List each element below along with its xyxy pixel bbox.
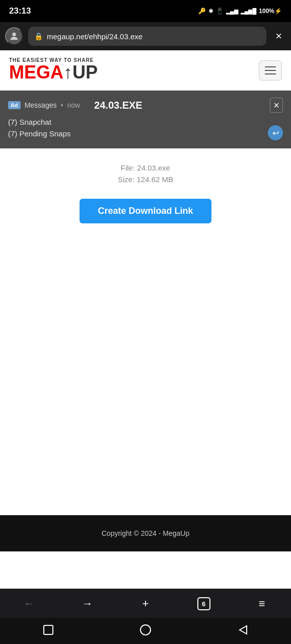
hamburger-line-1 [265,66,276,67]
svg-point-0 [12,33,16,36]
notification-time: now [67,101,80,109]
notification-close-button[interactable]: × [270,98,283,113]
hamburger-line-3 [265,73,276,74]
file-name-label: File: 24.03.exe [10,164,281,172]
notification-header-left: Ad Messages • now 24.03.EXE [8,100,142,111]
address-bar: 🔒 megaup.net/ehhpi/24.03.exe × [0,22,291,50]
recents-system-button[interactable] [236,623,250,637]
bluetooth-icon: ✱ [208,8,213,15]
notification-line-1: (7) Snapchat [8,117,283,128]
forward-button[interactable]: → [75,594,99,613]
close-tab-button[interactable]: × [271,28,286,45]
phone-icon: 📱 [216,8,224,15]
svg-rect-1 [44,625,53,634]
tabs-button[interactable]: 6 [192,594,216,613]
back-button[interactable]: ← [17,594,41,613]
triangle-back-icon [236,623,250,637]
site-footer: Copyright © 2024 - MegaUp [0,515,291,551]
tabs-count: 6 [197,597,210,610]
status-bar: 23:13 🔑 ✱ 📱 ▂▄▆ ▂▄▆█ 100%⚡ [0,0,291,22]
notification-overlay: Ad Messages • now 24.03.EXE × (7) Snapch… [0,91,291,148]
empty-space [0,360,291,586]
logo: THE EASIEST WAY TO SHARE MEGA↑UP [9,57,98,83]
lock-icon: 🔒 [34,32,43,40]
svg-point-2 [140,625,151,635]
square-icon [41,623,55,637]
new-tab-button[interactable]: + [133,594,158,613]
svg-marker-3 [240,626,247,634]
signal-icon: ▂▄▆ [226,8,238,15]
back-system-button[interactable] [41,623,55,637]
notification-body: (7) Snapchat (7) Pending Snaps [8,117,283,139]
circle-icon [138,623,153,637]
battery-icon: 100%⚡ [259,8,282,15]
browser-nav-bar: ← → + 6 ≡ [0,589,291,618]
logo-up: UP [72,62,98,83]
create-download-link-button[interactable]: Create Download Link [80,199,211,223]
url-text: megaup.net/ehhpi/24.03.exe [47,32,260,41]
notification-title-inline: 24.03.EXE [94,100,142,111]
footer-copyright: Copyright © 2024 - MegaUp [102,529,190,537]
home-system-button[interactable] [138,623,153,637]
site-header: THE EASIEST WAY TO SHARE MEGA↑UP [0,50,291,91]
main-content: File: 24.03.exe Size: 124.62 MB Create D… [0,148,291,360]
user-icon [9,31,20,42]
status-icons: 🔑 ✱ 📱 ▂▄▆ ▂▄▆█ 100%⚡ [198,8,282,15]
notification-header: Ad Messages • now 24.03.EXE × [8,98,283,113]
notification-reply-icon[interactable]: ↩ [268,125,283,140]
hamburger-button[interactable] [259,60,282,80]
logo-arrow: ↑ [63,62,72,83]
logo-text-container: MEGA↑UP [9,62,98,83]
notification-app-name: Messages [25,101,57,109]
logo-mega: MEGA [9,62,63,83]
ad-badge: Ad [8,101,21,109]
avatar-button[interactable] [5,27,23,45]
url-bar[interactable]: 🔒 megaup.net/ehhpi/24.03.exe [28,27,266,46]
signal-icon-2: ▂▄▆█ [241,8,257,15]
key-icon: 🔑 [198,8,206,15]
status-time: 23:13 [9,6,31,16]
system-nav [0,618,291,644]
notification-dot: • [60,101,63,109]
hamburger-line-2 [265,70,276,71]
notification-line-2: (7) Pending Snaps [8,128,283,140]
browser-menu-button[interactable]: ≡ [250,594,274,613]
file-size-label: Size: 124.62 MB [10,175,281,184]
